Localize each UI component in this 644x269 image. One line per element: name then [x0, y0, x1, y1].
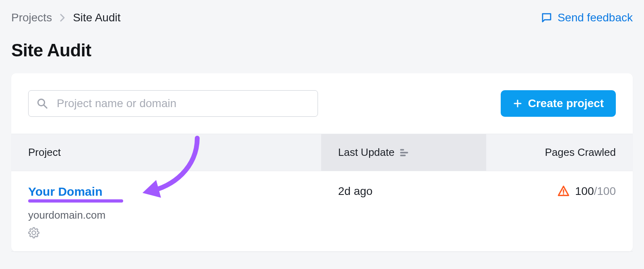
chat-icon	[541, 12, 553, 24]
page-title: Site Audit	[11, 40, 633, 60]
pages-total-value: /100	[594, 185, 616, 197]
svg-point-0	[38, 99, 44, 106]
col-header-last-update[interactable]: Last Update	[321, 134, 486, 171]
sort-icon	[400, 149, 409, 156]
search-wrap	[28, 90, 318, 117]
breadcrumb-current: Site Audit	[73, 11, 120, 24]
svg-rect-2	[400, 152, 408, 153]
search-icon	[36, 97, 48, 110]
pages-crawled-value: 100	[575, 185, 594, 197]
search-input[interactable]	[28, 90, 318, 117]
warning-icon	[557, 185, 570, 197]
svg-point-4	[563, 193, 564, 195]
breadcrumb-projects-link[interactable]: Projects	[11, 11, 52, 24]
create-project-label: Create project	[528, 97, 604, 110]
col-header-project[interactable]: Project	[11, 134, 321, 171]
cell-last-update: 2d ago	[321, 171, 486, 251]
svg-rect-3	[400, 155, 406, 156]
project-name-link[interactable]: Your Domain	[28, 185, 102, 199]
plus-icon	[513, 99, 522, 108]
table-header-row: Project Last Update Pages Crawled	[11, 134, 633, 171]
send-feedback-link[interactable]: Send feedback	[541, 11, 633, 24]
project-domain: yourdomain.com	[28, 209, 304, 221]
send-feedback-label: Send feedback	[557, 11, 633, 24]
svg-rect-1	[400, 149, 404, 151]
chevron-right-icon	[59, 13, 66, 23]
table-row: Your Domain yourdomain.com 2d ago 100/10…	[11, 171, 633, 252]
breadcrumb: Projects Site Audit	[11, 11, 120, 24]
cell-pages-crawled: 100/100	[575, 185, 616, 198]
projects-panel: Create project Project Last Update Pages…	[11, 73, 633, 252]
highlight-underline	[28, 199, 123, 203]
gear-icon[interactable]	[28, 227, 39, 238]
col-header-last-update-label: Last Update	[338, 146, 394, 159]
create-project-button[interactable]: Create project	[501, 90, 616, 117]
col-header-pages-crawled[interactable]: Pages Crawled	[486, 134, 633, 171]
